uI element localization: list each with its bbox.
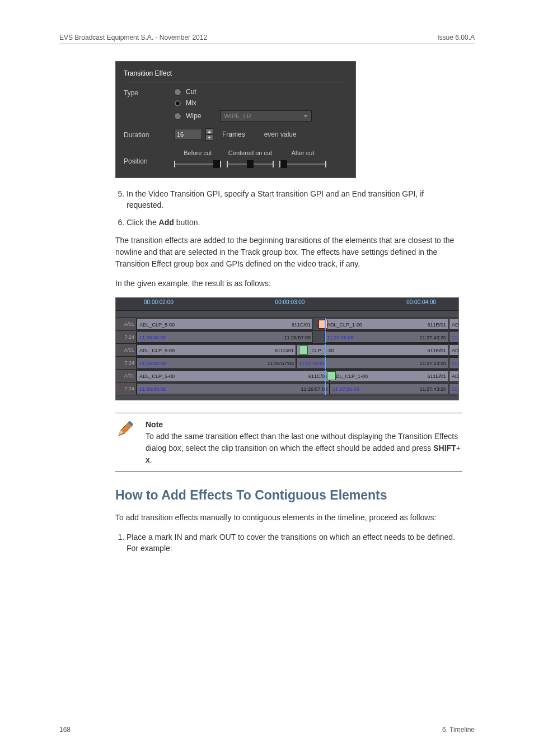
step-5: In the Video Transition GPI, specify a S…: [127, 188, 462, 211]
key-shift: SHIFT: [433, 444, 456, 452]
nowline-indicator: [325, 318, 326, 330]
panel-title: Transition Effect: [124, 67, 348, 82]
clip: 11:26:48:0211:26:57:08: [137, 383, 330, 394]
section-heading: How to Add Effects To Contiguous Element…: [115, 488, 462, 503]
row-body: ADL_CLP_5-00611C/01ADL_CLP_1-00611E/01AD…: [137, 344, 458, 356]
position-option-label: Centered on cut: [227, 150, 274, 156]
duration-hint: even value: [264, 130, 297, 138]
step-text: button.: [174, 218, 200, 227]
clip: ADL: [449, 370, 458, 381]
radio-cut[interactable]: Cut: [174, 88, 348, 96]
position-option-label: After cut: [279, 150, 326, 156]
timeline-row: 7:2411:26:48:0211:26:57:0811:27:26:0811:…: [116, 331, 458, 344]
duration-input[interactable]: 16: [174, 129, 202, 140]
position-after[interactable]: After cut: [279, 150, 326, 170]
clip: ADL_CLP_1-00611E/01: [330, 370, 448, 381]
radio-label: Cut: [186, 88, 196, 96]
duration-label: Duration: [124, 130, 174, 139]
note-title: Note: [146, 420, 163, 429]
note-period: .: [150, 455, 152, 464]
chevron-up-icon: [208, 130, 211, 133]
ruler-tick: 00:00:04:00: [339, 298, 458, 310]
row-label: 7:24: [116, 331, 137, 343]
nowline-indicator: [325, 344, 326, 356]
header-left: EVS Broadcast Equipment S.A. - November …: [59, 34, 207, 41]
timeline-illustration: 00:00:02:00 00:00:03:00 00:00:04:00 A/01…: [115, 297, 459, 400]
step-6: Click the Add button.: [127, 217, 462, 228]
radio-wipe[interactable]: Wipe WIPE_LR: [174, 110, 348, 122]
clip: 11:2: [449, 332, 458, 343]
clip: 11:27:26:0811:27:43:20: [296, 357, 448, 368]
chevron-down-icon: [208, 137, 211, 139]
radio-mix[interactable]: Mix: [174, 99, 348, 107]
radio-label: Mix: [186, 99, 196, 107]
ruler-tick: 00:00:03:00: [241, 298, 339, 310]
clip: 11 27:26:0811:27:43:20: [330, 383, 448, 394]
row-label: 7:24: [116, 382, 137, 395]
clip: ADL_CLP_5-00611C/01: [137, 319, 313, 330]
step-text: Click the: [127, 218, 159, 227]
body-paragraph: To add transition effects manually to co…: [115, 512, 462, 524]
position-before[interactable]: Before cut: [174, 150, 221, 170]
clip: ADL_CLP_5-00611C/01: [137, 370, 330, 381]
clip: 11:27:26:0811:27:43:20: [324, 332, 448, 343]
row-body: 11:26:48:0211:26:57:0811:27:26:0811:27:4…: [137, 331, 458, 343]
chevron-down-icon: [303, 115, 308, 118]
note-block: Note To add the same transition effect t…: [115, 413, 462, 472]
note-text: To add the same transition effect than t…: [146, 432, 458, 452]
nowline-indicator: [325, 382, 326, 395]
note-plus: +: [456, 444, 461, 452]
radio-label: Wipe: [186, 112, 201, 120]
transition-marker-icon: [299, 346, 308, 354]
nowline-indicator: [325, 370, 326, 382]
row-label: A/01: [116, 344, 137, 356]
timeline-row: 7:2411:26:48:0211:26:57:0811 27:26:0811:…: [116, 382, 458, 395]
wipe-dropdown[interactable]: WIPE_LR: [220, 110, 312, 122]
page-number: 168: [59, 726, 71, 734]
page-header: EVS Broadcast Equipment S.A. - November …: [59, 34, 475, 44]
procedure-list-a: In the Video Transition GPI, specify a S…: [115, 188, 462, 228]
clip: ADL: [449, 344, 458, 356]
body-paragraph: In the given example, the result is as f…: [115, 278, 462, 290]
row-body: ADL_CLP_5-00611C/01ADL_CLP_1-00611E/01AD…: [137, 318, 458, 330]
note-body: Note To add the same transition effect t…: [146, 419, 462, 466]
transition-effect-panel: Transition Effect Type Cut Mix Wipe: [115, 61, 356, 178]
pencil-icon: [115, 419, 139, 466]
step-bold: Add: [159, 218, 174, 227]
spinner-up-button[interactable]: [205, 128, 213, 134]
timeline-row: A/01ADL_CLP_5-00611C/01ADL_CLP_1-00611E/…: [116, 370, 458, 382]
ruler-tick: 00:00:02:00: [116, 298, 241, 310]
clip: 11:26:48:0211:26:57:08: [137, 357, 296, 368]
clip: 11:26:48:0211:26:57:08: [137, 332, 313, 343]
position-center[interactable]: Centered on cut: [227, 150, 274, 170]
clip: ADL_CLP_1-00611E/01: [324, 319, 448, 330]
row-label: 7:24: [116, 357, 137, 369]
step-1: Place a mark IN and mark OUT to cover th…: [127, 531, 462, 554]
timeline-row: A/01ADL_CLP_5-00611C/01ADL_CLP_1-00611E/…: [116, 344, 458, 357]
timeline-row: A/01ADL_CLP_5-00611C/01ADL_CLP_1-00611E/…: [116, 318, 458, 331]
procedure-list-b: Place a mark IN and mark OUT to cover th…: [115, 531, 462, 554]
position-diagram-icon: [279, 158, 326, 170]
transition-marker-icon: [327, 371, 336, 380]
header-right: Issue 6.00.A: [437, 34, 475, 41]
row-label: A/01: [116, 318, 137, 330]
position-diagram-icon: [174, 158, 221, 170]
wipe-placeholder: WIPE_LR: [224, 111, 251, 121]
timeline-ruler: 00:00:02:00 00:00:03:00 00:00:04:00: [116, 298, 458, 311]
radio-icon: [174, 100, 181, 107]
clip: ADL_CLP_5-00611C/01: [137, 344, 296, 356]
position-label: Position: [124, 147, 174, 165]
page-footer: 168 6. Timeline: [59, 726, 475, 734]
spinner-down-button[interactable]: [205, 134, 213, 141]
radio-icon: [174, 88, 181, 96]
nowline-indicator: [325, 357, 326, 369]
type-label: Type: [124, 88, 174, 97]
timeline-row: 7:2411:26:48:0211:26:57:0811:27:26:0811:…: [116, 357, 458, 370]
row-label: A/01: [116, 370, 137, 382]
nowline-indicator: [325, 331, 326, 343]
clip: ADL_CLP_1-00611E/01: [296, 344, 448, 356]
duration-unit: Frames: [222, 130, 245, 138]
body-paragraph: The transition effects are added to the …: [115, 235, 462, 270]
row-body: 11:26:48:0211:26:57:0811 27:26:0811:27:4…: [137, 382, 458, 395]
key-x: x: [146, 455, 150, 464]
